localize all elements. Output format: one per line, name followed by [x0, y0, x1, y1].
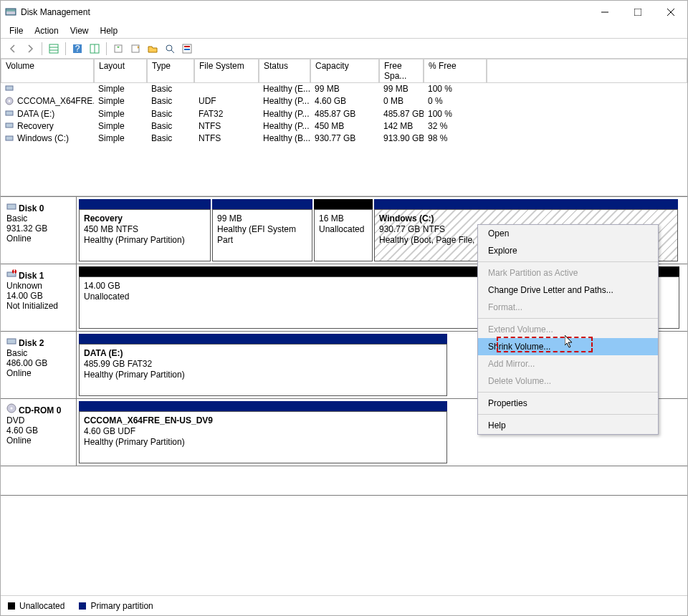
svg-rect-20: [6, 86, 13, 90]
table-header: Volume Layout Type File System Status Ca…: [1, 59, 687, 83]
disk-info: !Disk 1Unknown14.00 GBNot Initialized: [1, 264, 77, 331]
volume-icon: [5, 84, 15, 95]
cm-mark-active[interactable]: Mark Partition as Active: [478, 264, 658, 281]
disk-info: CD-ROM 0DVD4.60 GBOnline: [1, 399, 77, 466]
table-row[interactable]: CCCOMA_X64FRE...SimpleBasicUDFHealthy (P…: [1, 95, 687, 107]
svg-rect-30: [7, 339, 16, 344]
volume-icon: [5, 109, 15, 120]
table-row[interactable]: RecoverySimpleBasicNTFSHealthy (P...450 …: [1, 120, 687, 133]
legend-primary: Primary partition: [79, 601, 153, 611]
svg-rect-19: [184, 49, 190, 50]
legend: Unallocated Primary partition: [1, 595, 687, 615]
titlebar: Disk Management: [1, 1, 687, 23]
disk-icon: [6, 201, 16, 213]
svg-rect-25: [6, 136, 13, 140]
disk-info: Disk 0Basic931.32 GBOnline: [1, 197, 77, 264]
context-menu: Open Explore Mark Partition as Active Ch…: [477, 224, 659, 435]
cm-delete[interactable]: Delete Volume...: [478, 372, 658, 390]
cm-change-letter[interactable]: Change Drive Letter and Paths...: [478, 281, 658, 299]
partition[interactable]: 16 MBUnallocated: [314, 209, 373, 261]
view-list-icon[interactable]: [46, 41, 62, 57]
volume-icon: [5, 97, 15, 107]
table-row[interactable]: Windows (C:)SimpleBasicNTFSHealthy (B...…: [1, 133, 687, 145]
help-icon[interactable]: ?: [70, 41, 85, 57]
cm-properties[interactable]: Properties: [478, 395, 658, 412]
disk-icon: !: [6, 269, 16, 281]
refresh-icon[interactable]: [110, 41, 126, 57]
svg-rect-23: [6, 111, 13, 115]
forward-button[interactable]: [22, 41, 38, 57]
svg-line-16: [171, 50, 174, 53]
close-button[interactable]: [654, 1, 687, 23]
svg-point-22: [9, 100, 11, 102]
legend-unallocated: Unallocated: [8, 601, 64, 611]
properties-icon[interactable]: [179, 41, 195, 57]
svg-rect-18: [184, 46, 190, 47]
cm-format[interactable]: Format...: [478, 299, 658, 316]
scan-icon[interactable]: [162, 41, 178, 57]
window-controls: [588, 1, 687, 23]
partition[interactable]: 99 MBHealthy (EFI System Part: [212, 209, 312, 261]
minimize-button[interactable]: [588, 1, 621, 23]
partition[interactable]: Recovery450 MB NTFSHealthy (Primary Part…: [79, 209, 211, 261]
cm-explore[interactable]: Explore: [478, 242, 658, 259]
svg-rect-3: [634, 9, 641, 16]
col-layout[interactable]: Layout: [94, 59, 147, 83]
svg-point-32: [11, 407, 13, 409]
disk-icon: [6, 336, 16, 348]
menu-view[interactable]: View: [64, 24, 95, 37]
cm-extend[interactable]: Extend Volume...: [478, 321, 658, 338]
col-filesystem[interactable]: File System: [194, 59, 259, 83]
svg-text:?: ?: [75, 44, 80, 54]
col-type[interactable]: Type: [147, 59, 194, 83]
partition[interactable]: CCCOMA_X64FRE_EN-US_DV94.60 GB UDFHealth…: [79, 411, 447, 463]
menu-help[interactable]: Help: [95, 24, 124, 37]
window-title: Disk Management: [21, 7, 588, 17]
svg-point-15: [166, 45, 172, 51]
svg-rect-6: [49, 44, 58, 53]
disk-icon: [6, 403, 16, 415]
col-status[interactable]: Status: [259, 59, 310, 83]
disk-info: Disk 2Basic486.00 GBOnline: [1, 332, 77, 398]
svg-rect-13: [115, 45, 122, 52]
menu-action[interactable]: Action: [29, 24, 64, 37]
col-volume[interactable]: Volume: [1, 59, 94, 83]
back-button[interactable]: [5, 41, 21, 57]
maximize-button[interactable]: [621, 1, 654, 23]
app-icon: [5, 6, 16, 18]
table-body: SimpleBasicHealthy (E...99 MB99 MB100 %C…: [1, 83, 687, 145]
cm-add-mirror[interactable]: Add Mirror...: [478, 355, 658, 372]
menubar: File Action View Help: [1, 23, 687, 39]
volume-table: Volume Layout Type File System Status Ca…: [1, 59, 687, 196]
partition[interactable]: DATA (E:)485.99 GB FAT32Healthy (Primary…: [79, 344, 447, 396]
new-icon[interactable]: [128, 41, 143, 57]
table-row[interactable]: SimpleBasicHealthy (E...99 MB99 MB100 %: [1, 83, 687, 95]
menu-file[interactable]: File: [4, 24, 29, 37]
col-capacity[interactable]: Capacity: [310, 59, 379, 83]
settings-icon[interactable]: [87, 41, 102, 57]
toolbar: ?: [1, 39, 687, 59]
table-row[interactable]: DATA (E:)SimpleBasicFAT32Healthy (P...48…: [1, 108, 687, 120]
col-pct[interactable]: % Free: [424, 59, 487, 83]
svg-rect-1: [6, 11, 15, 14]
svg-text:!: !: [13, 269, 16, 276]
col-free[interactable]: Free Spa...: [379, 59, 424, 83]
svg-rect-24: [6, 123, 13, 127]
volume-icon: [5, 134, 15, 145]
cm-shrink[interactable]: Shrink Volume...: [478, 338, 658, 355]
cm-help[interactable]: Help: [478, 417, 658, 434]
cm-open[interactable]: Open: [478, 225, 658, 242]
open-icon[interactable]: [145, 41, 161, 57]
volume-icon: [5, 121, 15, 132]
svg-rect-26: [7, 204, 16, 209]
